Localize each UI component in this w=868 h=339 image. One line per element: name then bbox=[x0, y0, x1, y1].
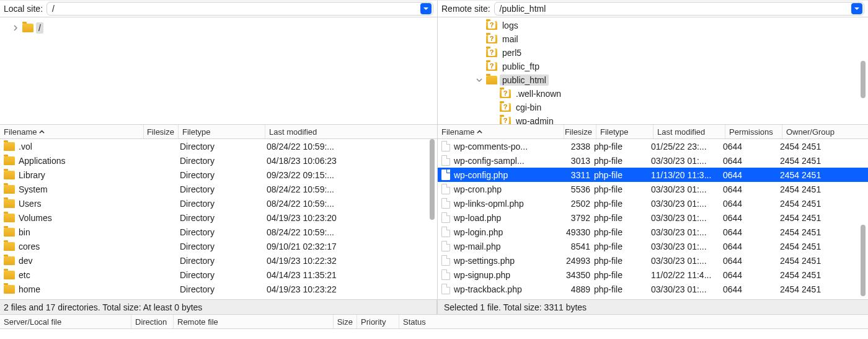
file-owner: 2454 2451 bbox=[780, 256, 868, 266]
file-icon bbox=[441, 284, 450, 294]
local-tree-root[interactable]: / bbox=[0, 21, 437, 35]
file-modified: 04/19/23 10:22:32 bbox=[267, 256, 437, 266]
file-modified: 03/30/23 01:... bbox=[651, 199, 723, 209]
folder-icon bbox=[4, 156, 15, 165]
remote-col-filetype[interactable]: Filetype bbox=[596, 125, 653, 138]
remote-col-filesize[interactable]: Filesize bbox=[564, 125, 596, 138]
queue-col-size[interactable]: Size bbox=[334, 315, 357, 328]
folder-icon: ? bbox=[486, 35, 497, 43]
remote-file-row[interactable]: wp-cron.php5536php-file03/30/23 01:...06… bbox=[438, 182, 868, 196]
tree-item-label: wp-admin bbox=[513, 115, 556, 124]
local-tree-root-label: / bbox=[36, 22, 43, 34]
remote-tree[interactable]: ?logs?mail?perl5?public_ftppublic_html?.… bbox=[438, 17, 868, 124]
remote-file-row[interactable]: wp-config.php3311php-file11/13/20 11:3..… bbox=[438, 168, 868, 182]
file-owner: 2454 2451 bbox=[780, 270, 868, 280]
remote-list-scrollbar[interactable] bbox=[861, 225, 866, 296]
local-file-row[interactable]: UsersDirectory08/24/22 10:59:... bbox=[0, 196, 437, 210]
queue-col-status[interactable]: Status bbox=[399, 315, 868, 328]
file-type: Directory bbox=[180, 184, 267, 194]
local-site-combo[interactable]: / bbox=[46, 2, 433, 16]
remote-file-row[interactable]: wp-settings.php24993php-file03/30/23 01:… bbox=[438, 253, 868, 268]
remote-site-path: /public_html bbox=[500, 4, 851, 14]
local-col-filename[interactable]: Filename bbox=[0, 125, 144, 138]
folder-icon: ? bbox=[486, 62, 497, 71]
remote-file-list[interactable]: wp-comments-po...2338php-file01/25/22 23… bbox=[438, 139, 868, 299]
local-file-row[interactable]: etcDirectory04/14/23 11:35:21 bbox=[0, 268, 437, 282]
local-file-list[interactable]: .volDirectory08/24/22 10:59:...Applicati… bbox=[0, 139, 438, 299]
remote-tree-item[interactable]: ?perl5 bbox=[438, 46, 868, 60]
local-status-bar: 2 files and 17 directories. Total size: … bbox=[0, 300, 438, 314]
tree-item-label: .well-known bbox=[513, 88, 564, 99]
file-size: 49330 bbox=[562, 227, 594, 237]
queue-col-direction[interactable]: Direction bbox=[131, 315, 174, 328]
file-type: php-file bbox=[594, 184, 651, 194]
local-file-row[interactable]: coresDirectory09/10/21 02:32:17 bbox=[0, 239, 437, 253]
file-permissions: 0644 bbox=[723, 242, 780, 251]
remote-col-owner[interactable]: Owner/Group bbox=[782, 125, 868, 138]
queue-col-priority[interactable]: Priority bbox=[357, 315, 399, 328]
remote-file-row[interactable]: wp-signup.php34350php-file11/02/22 11:4.… bbox=[438, 268, 868, 282]
local-file-row[interactable]: ApplicationsDirectory04/18/23 10:06:23 bbox=[0, 153, 437, 168]
remote-file-row[interactable]: wp-login.php49330php-file03/30/23 01:...… bbox=[438, 225, 868, 239]
chevron-right-icon[interactable] bbox=[11, 24, 20, 32]
transfer-queue-body[interactable] bbox=[0, 328, 868, 339]
local-col-filesize[interactable]: Filesize bbox=[144, 125, 179, 138]
remote-tree-item[interactable]: ?cgi-bin bbox=[438, 101, 868, 114]
file-modified: 11/13/20 11:3... bbox=[651, 170, 723, 180]
file-icon bbox=[441, 212, 450, 223]
local-file-row[interactable]: VolumesDirectory04/19/23 10:23:20 bbox=[0, 210, 437, 225]
remote-file-row[interactable]: wp-trackback.php4889php-file03/30/23 01:… bbox=[438, 282, 868, 296]
chevron-down-icon[interactable] bbox=[475, 76, 484, 84]
file-name: wp-config.php bbox=[454, 170, 562, 180]
local-file-row[interactable]: .volDirectory08/24/22 10:59:... bbox=[0, 139, 437, 153]
file-modified: 03/30/23 01:... bbox=[651, 242, 723, 251]
local-site-dropdown-button[interactable] bbox=[420, 3, 432, 14]
local-tree[interactable]: / bbox=[0, 17, 438, 124]
local-file-row[interactable]: binDirectory08/24/22 10:59:... bbox=[0, 225, 437, 239]
folder-icon bbox=[4, 171, 15, 179]
unknown-status-icon: ? bbox=[488, 48, 495, 56]
file-name: wp-config-sampl... bbox=[454, 156, 562, 166]
file-icon bbox=[441, 198, 450, 209]
remote-tree-scrollbar[interactable] bbox=[861, 61, 866, 98]
remote-tree-item[interactable]: ?.well-known bbox=[438, 87, 868, 101]
remote-file-row[interactable]: wp-links-opml.php2502php-file03/30/23 01… bbox=[438, 196, 868, 210]
file-size: 3013 bbox=[562, 156, 594, 166]
remote-col-permissions[interactable]: Permissions bbox=[725, 125, 782, 138]
file-type: Directory bbox=[180, 242, 267, 251]
remote-file-row[interactable]: wp-mail.php8541php-file03/30/23 01:...06… bbox=[438, 239, 868, 253]
local-list-scrollbar[interactable] bbox=[430, 139, 435, 220]
remote-site-combo[interactable]: /public_html bbox=[494, 2, 864, 16]
remote-tree-item[interactable]: ?public_ftp bbox=[438, 60, 868, 73]
local-col-filetype[interactable]: Filetype bbox=[179, 125, 265, 138]
local-col-modified[interactable]: Last modified bbox=[265, 125, 437, 138]
file-type: Directory bbox=[180, 199, 267, 209]
remote-file-row[interactable]: wp-load.php3792php-file03/30/23 01:...06… bbox=[438, 210, 868, 225]
file-icon bbox=[441, 141, 450, 151]
file-size: 4889 bbox=[562, 284, 594, 294]
folder-icon bbox=[4, 228, 15, 237]
folder-icon bbox=[22, 24, 33, 32]
folder-icon bbox=[4, 185, 15, 194]
tree-item-label: public_ftp bbox=[500, 61, 542, 72]
file-modified: 09/10/21 02:32:17 bbox=[267, 242, 437, 251]
remote-col-modified[interactable]: Last modified bbox=[653, 125, 725, 138]
file-icon bbox=[441, 227, 450, 237]
local-file-row[interactable]: LibraryDirectory09/23/22 09:15:... bbox=[0, 168, 437, 182]
remote-tree-item[interactable]: public_html bbox=[438, 73, 868, 87]
remote-site-dropdown-button[interactable] bbox=[851, 3, 862, 14]
queue-col-server[interactable]: Server/Local file bbox=[0, 315, 131, 328]
remote-tree-item[interactable]: ?wp-admin bbox=[438, 114, 868, 124]
remote-col-filename[interactable]: Filename bbox=[438, 125, 564, 138]
folder-icon: ? bbox=[500, 89, 511, 98]
file-type: php-file bbox=[594, 199, 651, 209]
queue-col-remote[interactable]: Remote file bbox=[174, 315, 334, 328]
remote-file-row[interactable]: wp-comments-po...2338php-file01/25/22 23… bbox=[438, 139, 868, 153]
local-file-row[interactable]: homeDirectory04/19/23 10:23:22 bbox=[0, 282, 437, 296]
folder-icon: ? bbox=[486, 21, 497, 30]
remote-file-row[interactable]: wp-config-sampl...3013php-file03/30/23 0… bbox=[438, 153, 868, 168]
local-file-row[interactable]: devDirectory04/19/23 10:22:32 bbox=[0, 253, 437, 268]
local-file-row[interactable]: SystemDirectory08/24/22 10:59:... bbox=[0, 182, 437, 196]
remote-tree-item[interactable]: ?logs bbox=[438, 19, 868, 32]
remote-tree-item[interactable]: ?mail bbox=[438, 32, 868, 46]
